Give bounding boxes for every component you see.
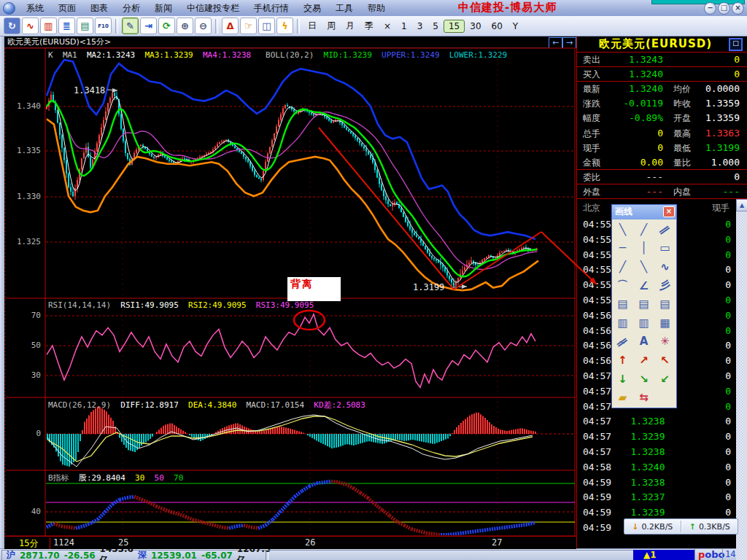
quote-label: 卖出 bbox=[583, 54, 600, 66]
arrow-sw-icon[interactable]: ↙ bbox=[654, 370, 676, 389]
date-label: 25 bbox=[118, 537, 128, 548]
wave-line-icon[interactable]: ∿ bbox=[654, 257, 676, 276]
quote-right-value: 0 bbox=[696, 171, 740, 182]
app-icon[interactable] bbox=[3, 2, 15, 15]
menu-item-3[interactable]: 分析 bbox=[115, 1, 147, 16]
tick-time: 04:59 bbox=[583, 522, 611, 533]
arrow-nw-icon[interactable]: ↖ bbox=[654, 351, 676, 370]
scrollbar[interactable]: ▲ ▼ bbox=[736, 199, 747, 560]
period-button-月[interactable]: 月 bbox=[341, 18, 360, 34]
period-button-1[interactable]: 1 bbox=[396, 20, 412, 33]
scroll-left-icon[interactable]: ← bbox=[549, 37, 562, 49]
info-table-icon[interactable]: ▤ bbox=[77, 18, 93, 34]
period-button-日[interactable]: 日 bbox=[303, 18, 322, 34]
tick-time: 04:59 bbox=[583, 477, 611, 488]
upload-speed: ↑ 0.3KB/S bbox=[682, 522, 738, 532]
menu-item-9[interactable]: 帮助 bbox=[360, 1, 392, 16]
period-button-30[interactable]: 30 bbox=[465, 20, 486, 33]
restore-button[interactable]: □ bbox=[718, 2, 730, 15]
menu-item-5[interactable]: 中信建投专栏 bbox=[179, 1, 247, 16]
f10-icon[interactable]: F10 bbox=[95, 18, 112, 34]
menu-item-8[interactable]: 工具 bbox=[328, 1, 360, 16]
tick-volume: 0 bbox=[725, 355, 731, 366]
price-axis-label: 1.335 bbox=[1, 146, 41, 155]
segment-icon[interactable]: ╱ bbox=[612, 257, 633, 276]
tick-row[interactable]: 04:571.32380 bbox=[577, 445, 747, 459]
trend-line-icon[interactable]: ╲ bbox=[612, 220, 633, 239]
date-label: 26 bbox=[305, 537, 315, 548]
lightning-icon[interactable]: ϟ bbox=[276, 18, 293, 34]
divergence-annotation[interactable]: 背离 bbox=[287, 277, 341, 301]
quote-value: 0 bbox=[606, 128, 663, 139]
zoom-in-icon[interactable]: ⊕ bbox=[177, 18, 193, 34]
quote-value2: 1.3359 bbox=[694, 98, 740, 109]
tick-row[interactable]: 04:571.32390 bbox=[577, 429, 747, 444]
close-button[interactable]: × bbox=[732, 2, 744, 15]
menu-item-0[interactable]: 系统 bbox=[19, 1, 51, 16]
period-button-15[interactable]: 15 bbox=[444, 20, 465, 33]
tick-row[interactable]: 04:591.32380 bbox=[577, 475, 747, 490]
zoom-out-icon[interactable]: ⊖ bbox=[195, 18, 212, 34]
menu-item-2[interactable]: 图表 bbox=[83, 1, 115, 16]
period-button-60[interactable]: 60 bbox=[487, 20, 508, 33]
percent-lines-icon[interactable]: ▤ bbox=[633, 295, 654, 314]
period-button-周[interactable]: 周 bbox=[322, 18, 341, 34]
quote-label2: 开盘 bbox=[673, 112, 691, 125]
menu-item-1[interactable]: 页面 bbox=[51, 1, 83, 16]
vertical-line-icon[interactable]: │ bbox=[633, 239, 654, 258]
toolbar-separator bbox=[297, 19, 300, 34]
tick-volume: 0 bbox=[725, 507, 731, 518]
fibonacci-lines-icon[interactable]: ▤ bbox=[654, 295, 676, 314]
tick-row[interactable]: 04:591.32370 bbox=[577, 490, 747, 505]
line-chart-icon[interactable]: ∿ bbox=[22, 18, 39, 34]
ray-line-icon[interactable]: ╱ bbox=[633, 220, 654, 239]
gann-wheel-icon[interactable]: ✳ bbox=[654, 332, 676, 351]
arrow-ne-icon[interactable]: ↗ bbox=[633, 351, 654, 370]
undo-swap-icon[interactable]: ⇆ bbox=[633, 388, 654, 407]
horizontal-line-icon[interactable]: ─ bbox=[612, 239, 633, 258]
scroll-up-icon[interactable]: ▲ bbox=[736, 199, 747, 211]
period-button-季[interactable]: 季 bbox=[360, 18, 379, 34]
minimize-button[interactable]: − bbox=[704, 2, 716, 15]
indicator-panel-icon[interactable]: ⇥ bbox=[140, 18, 157, 34]
quote-row-外盘: 外盘---内盘--- bbox=[577, 184, 747, 199]
refresh-icon[interactable]: ⟳ bbox=[158, 18, 175, 34]
gann-fan-icon[interactable]: 彡 bbox=[654, 276, 676, 295]
tick-volume: 0 bbox=[725, 491, 731, 502]
candlestick-chart-icon[interactable]: ▥ bbox=[40, 18, 57, 34]
hand-pointer-icon[interactable]: ☞ bbox=[240, 18, 257, 34]
quote-row-委比: 委比---0 bbox=[577, 170, 747, 184]
arrow-se-icon[interactable]: ↘ bbox=[633, 370, 654, 389]
draw-line-icon[interactable]: ✎ bbox=[122, 18, 139, 34]
scroll-right-icon[interactable]: → bbox=[562, 37, 576, 49]
menu-item-6[interactable]: 手机行情 bbox=[247, 1, 296, 16]
arc-icon[interactable]: ⌒ bbox=[612, 276, 633, 295]
menu-item-7[interactable]: 交易 bbox=[296, 1, 328, 16]
alarm-bell-icon[interactable]: Δ bbox=[222, 18, 239, 34]
gann-grid-icon[interactable]: ▥ bbox=[633, 314, 654, 332]
period-button-3[interactable]: 3 bbox=[412, 20, 428, 33]
angle-lines-icon[interactable]: ∠ bbox=[633, 276, 654, 295]
golden-section-icon[interactable]: ▤ bbox=[612, 295, 633, 314]
quote-list-icon[interactable]: ≣ bbox=[58, 18, 75, 34]
period-button-5[interactable]: 5 bbox=[427, 20, 444, 33]
tick-row[interactable]: 04:571.32380 bbox=[577, 414, 747, 429]
tick-row[interactable]: 04:581.32400 bbox=[577, 460, 747, 475]
rsi-axis-label: 50 bbox=[1, 341, 41, 350]
anchored-segment-icon[interactable]: ╲ bbox=[633, 257, 654, 276]
quote-label: 金额 bbox=[583, 157, 600, 169]
eraser-icon[interactable]: ▰ bbox=[612, 388, 633, 407]
back-icon[interactable]: ↻ bbox=[4, 18, 20, 34]
tick-price: 1.3240 bbox=[615, 462, 681, 472]
tick-time: 04:56 bbox=[583, 355, 611, 366]
quote-symbol-title: 欧元美元(EURUSD) bbox=[599, 37, 712, 51]
text-tool-icon[interactable]: A bbox=[633, 332, 654, 351]
panel-maximize-icon[interactable]: □ bbox=[729, 38, 743, 51]
channel-icon[interactable]: ▦ bbox=[654, 314, 676, 332]
menu-item-4[interactable]: 新闻 bbox=[147, 1, 179, 16]
alert-indicator[interactable]: ▲1 bbox=[633, 550, 694, 560]
users-icon[interactable]: ◫ bbox=[258, 18, 275, 34]
arrow-down-icon[interactable]: ↓ bbox=[612, 370, 633, 389]
period-button-×[interactable]: × bbox=[379, 20, 396, 33]
period-button-Y[interactable]: Y bbox=[508, 20, 523, 33]
